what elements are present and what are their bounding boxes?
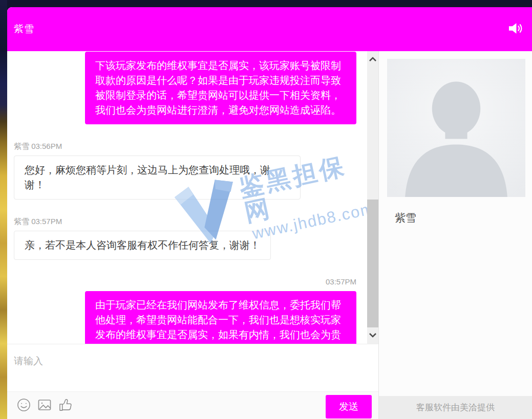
message-list[interactable]: 下该玩家发布的维权事宜是否属实，该玩家账号被限制取款的原因是什么呢？如果是由于玩… (7, 51, 367, 344)
composer-toolbar: 发送 (7, 391, 378, 419)
message-group: 03:57PM 由于玩家已经在我们网站发布了维权信息，委托我们帮他处理，希望贵网… (7, 277, 367, 344)
message-meta: 紫雪 03:57PM (14, 217, 367, 227)
scrollbar[interactable] (367, 51, 378, 344)
send-button[interactable]: 发送 (326, 395, 372, 418)
sound-toggle-button[interactable] (508, 22, 524, 36)
chat-column: 下该玩家发布的维权事宜是否属实，该玩家账号被限制取款的原因是什么呢？如果是由于玩… (7, 51, 379, 419)
message-bubble: 由于玩家已经在我们网站发布了维权信息，委托我们帮他处理，希望贵网站能配合一下，我… (85, 291, 356, 344)
page-background (0, 0, 7, 419)
agent-title: 紫雪 (14, 23, 34, 36)
scroll-down-button[interactable] (367, 330, 378, 340)
thumbs-up-button[interactable] (58, 398, 73, 413)
image-icon (37, 398, 52, 413)
thumbs-up-icon (58, 398, 73, 413)
message-bubble: 亲，若不是本人咨询客服有权不作任何答复，谢谢！ (14, 231, 271, 260)
composer (7, 344, 378, 391)
emoji-button[interactable] (17, 398, 31, 413)
smiley-icon (17, 398, 31, 413)
scroll-up-button[interactable] (367, 54, 378, 64)
scrollbar-thumb[interactable] (367, 200, 378, 327)
chevron-up-icon (369, 56, 377, 63)
message-meta: 03:57PM (7, 277, 356, 286)
agent-sidebar: 紫雪 客服软件由美洽提供 (379, 51, 532, 419)
message-input[interactable] (14, 355, 371, 387)
message-bubble: 下该玩家发布的维权事宜是否属实，该玩家账号被限制取款的原因是什么呢？如果是由于玩… (85, 52, 356, 124)
provider-footer: 客服软件由美洽提供 (379, 396, 532, 419)
chevron-down-icon (369, 332, 377, 339)
image-upload-button[interactable] (37, 398, 52, 413)
avatar-placeholder-icon (387, 190, 525, 197)
message-bubble: 您好，麻烦您稍等片刻，这边马上为您查询处理哦，谢谢！ (14, 156, 301, 200)
message-group: 紫雪 03:57PM 亲，若不是本人咨询客服有权不作任何答复，谢谢！ (7, 217, 367, 260)
avatar (387, 58, 525, 197)
provider-footer-label: 客服软件由美洽提供 (416, 402, 495, 413)
chat-header: 紫雪 (7, 7, 532, 51)
chat-window: 紫雪 下该玩家发布的维权事宜是否属实，该玩家账号被限制取款的原因是什么呢？如果是… (7, 7, 532, 419)
speaker-icon (508, 22, 524, 36)
message-group: 紫雪 03:56PM 您好，麻烦您稍等片刻，这边马上为您查询处理哦，谢谢！ (7, 142, 367, 200)
message-meta: 紫雪 03:56PM (14, 142, 367, 151)
message-group: 下该玩家发布的维权事宜是否属实，该玩家账号被限制取款的原因是什么呢？如果是由于玩… (7, 52, 367, 124)
agent-name: 紫雪 (395, 211, 532, 225)
